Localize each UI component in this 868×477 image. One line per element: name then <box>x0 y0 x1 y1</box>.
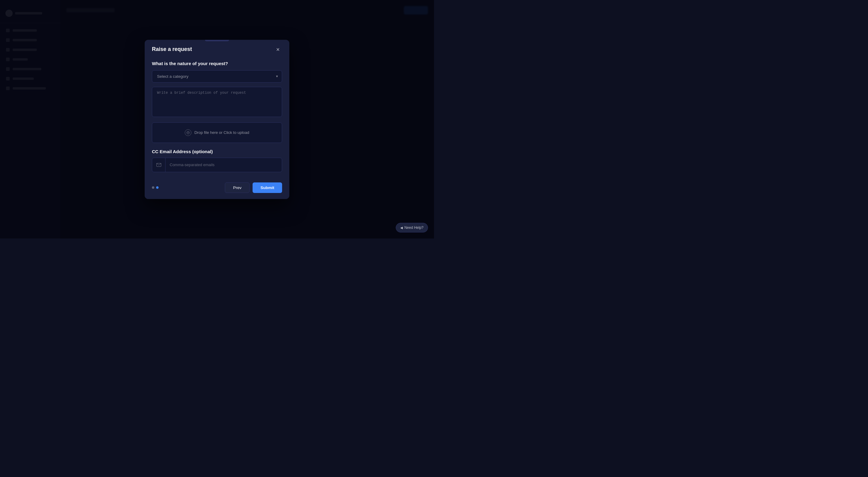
pagination-dots <box>152 186 158 189</box>
section1-title: What is the nature of your request? <box>152 61 282 66</box>
modal-title: Raise a request <box>152 46 192 53</box>
cc-section-title: CC Email Address (optional) <box>152 149 282 154</box>
prev-button[interactable]: Prev <box>225 182 250 193</box>
chevron-left-icon: ◀ <box>400 226 403 230</box>
need-help-label: Need Help? <box>404 226 424 230</box>
modal-body: What is the nature of your request? Sele… <box>145 58 289 178</box>
modal-top-decoration <box>205 40 229 41</box>
category-select[interactable]: Select a category <box>152 70 282 83</box>
email-icon <box>152 158 165 172</box>
cc-email-input[interactable] <box>165 159 282 171</box>
category-select-wrapper: Select a category ▾ <box>152 70 282 83</box>
email-input-wrapper <box>152 158 282 172</box>
modal-overlay: Raise a request × What is the nature of … <box>0 0 434 239</box>
raise-request-modal: Raise a request × What is the nature of … <box>145 40 289 199</box>
modal-close-button[interactable]: × <box>274 45 282 54</box>
description-textarea[interactable] <box>152 87 282 117</box>
modal-footer: Prev Submit <box>145 178 289 199</box>
file-upload-zone[interactable]: Drop file here or Click to upload <box>152 122 282 143</box>
footer-buttons: Prev Submit <box>225 182 282 193</box>
upload-label: Drop file here or Click to upload <box>194 130 249 135</box>
modal-header: Raise a request × <box>145 40 289 58</box>
dot-1 <box>152 186 154 189</box>
upload-icon <box>185 129 191 136</box>
submit-button[interactable]: Submit <box>253 182 282 193</box>
dot-2 <box>156 186 158 189</box>
need-help-button[interactable]: ◀ Need Help? <box>396 223 428 233</box>
